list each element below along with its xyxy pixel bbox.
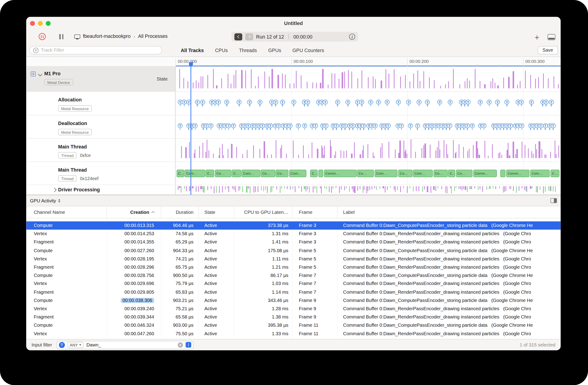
state-bar bbox=[332, 73, 332, 88]
track-lane[interactable]: TTTTTTTTTTTTTTTTTTTTTTTTTTTTTTTTTTTTTTTT… bbox=[175, 92, 561, 115]
table-row[interactable]: Vertex00:00.029.69675.79 µsActive1.03 ms… bbox=[26, 279, 561, 288]
track-meta: Thread0x124eef bbox=[58, 175, 99, 182]
track-header[interactable]: M1 ProMetal DeviceState bbox=[26, 67, 175, 92]
track-row-allocation-1[interactable]: AllocationMetal ResourceTTTTTTTTTTTTTTTT… bbox=[26, 92, 561, 116]
table-row[interactable]: Compute00:00.027.260904.33 µsActive175.0… bbox=[26, 246, 561, 255]
tab-gpu-counters[interactable]: GPU Counters bbox=[292, 47, 324, 53]
track-type-badge: Thread bbox=[58, 152, 77, 158]
next-run-button[interactable] bbox=[245, 33, 253, 40]
track-row-m1-pro-0[interactable]: M1 ProMetal DeviceState bbox=[26, 67, 561, 92]
pause-button[interactable] bbox=[59, 34, 63, 39]
label-cell: Command Buffer 0:Dawn_RenderPassEncoder_… bbox=[337, 238, 560, 246]
track-row-main-thread-3[interactable]: Main ThreadThread0xfce bbox=[26, 139, 561, 162]
channel-cell: Compute bbox=[26, 321, 107, 329]
thread-bar bbox=[411, 139, 411, 158]
table-row[interactable]: Vertex00:00.028.19574.21 µsActive1.11 ms… bbox=[26, 255, 561, 263]
layout-toggle-icon[interactable] bbox=[547, 34, 555, 40]
thread-bar bbox=[207, 140, 207, 158]
input-filter-field[interactable]: ANY ✕ bbox=[57, 341, 193, 349]
track-filter-field[interactable] bbox=[29, 46, 162, 54]
pin-stem bbox=[504, 128, 504, 130]
duration-cell: 65.83 µs bbox=[161, 288, 199, 296]
track-row-main-thread-4[interactable]: Main ThreadThread0x124eefC…Com…C…Co…C…Co… bbox=[26, 162, 561, 185]
previous-run-button[interactable] bbox=[234, 33, 242, 40]
track-lane[interactable]: C…Com…C…Co…C…Com…Co…Co…Com…C…Comm…Co…Com… bbox=[175, 162, 561, 185]
column-header-cpu-to-gpu-laten[interactable]: CPU to GPU Laten… bbox=[234, 207, 292, 218]
column-header-state[interactable]: State bbox=[199, 207, 234, 218]
state-bar bbox=[368, 77, 369, 89]
thread-bar bbox=[194, 153, 194, 158]
table-row[interactable]: Fragment00:00.014.35565.29 µsActive1.41 … bbox=[26, 238, 561, 246]
info-icon[interactable]: i bbox=[349, 34, 355, 40]
detail-view-selector[interactable]: GPU Activity bbox=[30, 198, 61, 203]
table-row[interactable]: Compute00:00.038.306903.21 µsActive343.4… bbox=[26, 296, 561, 305]
table-row[interactable]: Compute00:00.028.756900.50 µsActive86.17… bbox=[26, 271, 561, 279]
track-header[interactable]: AllocationMetal Resource bbox=[26, 92, 175, 115]
driver-bar bbox=[460, 186, 461, 189]
track-type-badge: Metal Resource bbox=[58, 105, 92, 112]
resource-pin-icon: T bbox=[361, 123, 366, 130]
table-row[interactable]: Compute00:00.046.324903.00 µsActive395.3… bbox=[26, 321, 561, 329]
column-header-duration[interactable]: Duration bbox=[161, 207, 199, 218]
driver-bar bbox=[486, 186, 487, 190]
pin-glyph: T bbox=[478, 99, 483, 104]
chevron-down-icon[interactable] bbox=[38, 72, 42, 76]
frame-cell: Frame 5 bbox=[292, 263, 337, 271]
pin-stem bbox=[549, 128, 550, 130]
track-filter-input[interactable] bbox=[41, 47, 158, 53]
column-header-frame[interactable]: Frame bbox=[292, 207, 337, 218]
track-header[interactable]: DeallocationMetal Resource bbox=[26, 116, 175, 138]
tab-all-tracks[interactable]: All Tracks bbox=[181, 47, 204, 53]
table-row[interactable]: Compute00:00.013.315904.46 µsActive373.3… bbox=[26, 221, 561, 230]
timeline-ruler[interactable]: 00:00.00000:00.10000:00.20000:00.300 bbox=[26, 57, 561, 67]
target-breadcrumb[interactable]: fbeaufort-macbookpro › All Processes bbox=[74, 33, 168, 39]
record-button[interactable] bbox=[39, 33, 46, 40]
tab-gpus[interactable]: GPUs bbox=[268, 47, 281, 53]
table-row[interactable]: Vertex00:00.014.25374.58 µsActive1.31 ms… bbox=[26, 230, 561, 238]
thread-bar bbox=[220, 148, 220, 158]
table-row[interactable]: Fragment00:00.028.29665.75 µsActive1.21 … bbox=[26, 263, 561, 271]
tab-threads[interactable]: Threads bbox=[239, 47, 257, 53]
state-cell: Active bbox=[199, 263, 234, 271]
track-header[interactable]: Main ThreadThread0x124eef bbox=[26, 162, 175, 185]
add-instrument-icon[interactable]: + bbox=[535, 33, 539, 41]
filter-query-input[interactable] bbox=[86, 342, 175, 347]
track-lane[interactable] bbox=[175, 67, 561, 92]
chevron-right-icon[interactable] bbox=[52, 188, 56, 192]
filter-active-icon[interactable] bbox=[59, 342, 65, 348]
table-row[interactable]: Vertex00:00.047.26075.50 µsActive1.33 ms… bbox=[26, 329, 561, 338]
match-mode-dropdown[interactable]: ANY bbox=[67, 342, 84, 348]
major-tick bbox=[292, 58, 292, 66]
pin-glyph: T bbox=[305, 99, 310, 104]
track-lane[interactable] bbox=[175, 185, 561, 194]
column-header-channel-name[interactable]: Channel Name bbox=[26, 207, 107, 218]
table-row[interactable]: Fragment00:00.029.80565.83 µsActive1.14 … bbox=[26, 288, 561, 296]
resource-pin-icon: T bbox=[237, 99, 242, 106]
inspector-toggle-icon[interactable] bbox=[550, 198, 557, 203]
toolbar: fbeaufort-macbookpro › All Processes Run… bbox=[26, 30, 561, 44]
tab-cpus[interactable]: CPUs bbox=[215, 47, 228, 53]
pin-stem bbox=[463, 128, 464, 130]
clear-filter-icon[interactable]: ✕ bbox=[178, 342, 183, 347]
state-bar bbox=[418, 70, 418, 88]
column-header-label[interactable]: Label bbox=[337, 207, 560, 218]
state-bar bbox=[469, 80, 470, 88]
track-row-driver-processing-5[interactable]: Driver Processing bbox=[26, 185, 561, 195]
token-toggle-icon[interactable] bbox=[186, 342, 191, 347]
track-row-deallocation-2[interactable]: DeallocationMetal ResourceTTTTTTTTTTTTTT… bbox=[26, 116, 561, 139]
state-bar bbox=[517, 85, 518, 89]
column-header-creation[interactable]: Creation bbox=[107, 207, 161, 218]
track-header[interactable]: Main ThreadThread0xfce bbox=[26, 139, 175, 161]
track-list: M1 ProMetal DeviceStateAllocationMetal R… bbox=[26, 67, 561, 195]
save-button[interactable]: Save bbox=[537, 46, 558, 54]
pin-glyph: T bbox=[504, 99, 509, 104]
resource-pin-icon: T bbox=[268, 123, 273, 130]
table-row[interactable]: Vertex00:00.039.24075.21 µsActive1.28 ms… bbox=[26, 305, 561, 313]
detail-pane: GPU Activity Channel NameCreationDuratio… bbox=[26, 195, 561, 350]
track-header[interactable]: Driver Processing bbox=[26, 185, 175, 194]
pin-stem bbox=[250, 105, 250, 106]
track-lane[interactable]: TTTTTTTTTTTTTTTTTTTTTTTTTTTTTTTTTTTTTTTT… bbox=[175, 116, 561, 138]
thread-bar bbox=[469, 149, 469, 158]
track-lane[interactable] bbox=[175, 139, 561, 161]
table-row[interactable]: Fragment00:00.039.34465.58 µsActive1.38 … bbox=[26, 313, 561, 321]
